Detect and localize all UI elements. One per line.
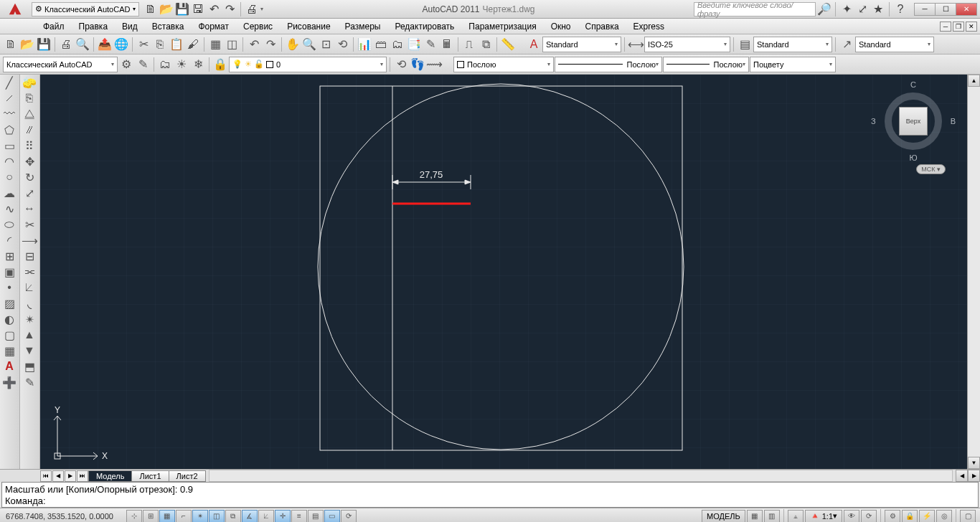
ducs-icon[interactable]: ⟀	[258, 510, 274, 523]
open-icon[interactable]: 📂	[159, 2, 174, 16]
preview-icon[interactable]: 🔍	[75, 37, 90, 52]
annotation-scale-dropdown[interactable]: 🔺1:1 ▾	[805, 510, 842, 523]
mleader-style-dropdown[interactable]: Standard▾	[855, 37, 934, 52]
undo-icon[interactable]: ↶	[246, 37, 262, 52]
layer-lock-icon[interactable]: 🔒	[212, 57, 228, 72]
scroll-right-icon[interactable]: ▶	[968, 470, 980, 482]
linetype-dropdown[interactable]: Послою▾	[555, 57, 662, 72]
selection-cycle-icon[interactable]: ⟳	[341, 510, 357, 523]
workspace-switching-icon[interactable]: ⚙	[885, 510, 900, 523]
menu-format[interactable]: Формат	[191, 20, 236, 33]
geomconstraint-icon[interactable]: ⧉	[478, 37, 494, 52]
copy-icon[interactable]: ⎘	[152, 37, 168, 52]
menu-draw[interactable]: Рисование	[280, 20, 337, 33]
lineweight-display-icon[interactable]: ≡	[291, 510, 307, 523]
polygon-icon[interactable]: ⬠	[0, 122, 19, 138]
osnap-icon[interactable]: ◫	[209, 510, 225, 523]
cut-icon[interactable]: ✂	[136, 37, 151, 52]
pline-icon[interactable]: 〰	[0, 106, 19, 122]
designcenter-icon[interactable]: 🗃	[373, 37, 389, 52]
spline-icon[interactable]: ∿	[0, 201, 19, 217]
toolbar-lock-icon[interactable]: 🔒	[902, 510, 918, 523]
menu-parametric[interactable]: Параметризация	[461, 20, 543, 33]
workspace-settings-icon[interactable]: ⚙	[118, 57, 134, 72]
pan-icon[interactable]: ✋	[285, 37, 301, 52]
command-line[interactable]: Масштаб или [Копия/Опорный отрезок]: 0.9…	[1, 482, 979, 508]
break-icon[interactable]: ⊟	[20, 248, 39, 264]
offset-icon[interactable]: ⫽	[20, 122, 39, 138]
menu-modify[interactable]: Редактировать	[387, 20, 461, 33]
workspace-dropdown[interactable]: ⚙ Классический AutoCAD ▾	[32, 2, 139, 16]
annotation-scale-icon[interactable]: ⟁	[788, 510, 804, 523]
quickcalc-icon[interactable]: 🖩	[439, 37, 455, 52]
paste-icon[interactable]: 📋	[169, 37, 184, 52]
hatch-icon[interactable]: ▨	[0, 295, 19, 311]
quickview-layouts-icon[interactable]: ▦	[747, 510, 763, 523]
annotation-autoscale-icon[interactable]: ⟳	[861, 510, 877, 523]
orthomode-icon[interactable]: ⌐	[176, 510, 192, 523]
close-button[interactable]: ✕	[956, 3, 977, 16]
matchprop-icon[interactable]: 🖌	[185, 37, 201, 52]
tab-last-icon[interactable]: ⏭	[77, 470, 88, 482]
mtext-icon[interactable]: A	[0, 359, 19, 374]
transparency-icon[interactable]: ▤	[308, 510, 324, 523]
toolpalettes-icon[interactable]: 🗂	[390, 37, 405, 52]
menu-tools[interactable]: Сервис	[236, 20, 280, 33]
layer-prev-icon[interactable]: ⟲	[393, 57, 409, 72]
circle-icon[interactable]: ○	[0, 169, 19, 185]
redo-icon[interactable]: ↷	[263, 37, 278, 52]
viewcube-north[interactable]: С	[910, 80, 916, 89]
open-icon[interactable]: 📂	[19, 37, 35, 52]
ucs-badge[interactable]: МСК ▾	[916, 164, 946, 174]
model-space-button[interactable]: МОДЕЛЬ	[702, 510, 745, 523]
revcloud-icon[interactable]: ☁	[0, 185, 19, 201]
table-style-dropdown[interactable]: Standard▾	[753, 37, 832, 52]
menu-help[interactable]: Справка	[578, 20, 626, 33]
favorite-icon[interactable]: ★	[871, 2, 885, 16]
scale-icon[interactable]: ⤢	[20, 185, 39, 201]
hardware-accel-icon[interactable]: ⚡	[919, 510, 935, 523]
search-go-icon[interactable]: 🔎	[817, 2, 831, 16]
zoom-rt-icon[interactable]: 🔍	[301, 37, 317, 52]
layer-props-icon[interactable]: 🗂	[157, 57, 173, 72]
viewcube-south[interactable]: Ю	[909, 153, 917, 162]
plot-icon[interactable]: 🖨	[58, 37, 74, 52]
explode-icon[interactable]: ✴	[20, 311, 39, 327]
text-style-icon[interactable]: A	[526, 37, 542, 52]
horizontal-scrollbar[interactable]	[209, 470, 953, 482]
copy-obj-icon[interactable]: ⎘	[20, 90, 39, 106]
tab-prev-icon[interactable]: ◀	[52, 470, 64, 482]
infer-constraint-icon[interactable]: ⊹	[126, 510, 142, 523]
gradient-icon[interactable]: ◐	[0, 311, 19, 327]
coordinates[interactable]: 6768.7408, 3535.1520, 0.0000	[0, 512, 119, 521]
dwf-icon[interactable]: 🌐	[113, 37, 129, 52]
menu-insert[interactable]: Вставка	[145, 20, 192, 33]
layer-walk-icon[interactable]: 👣	[410, 57, 425, 72]
new-icon[interactable]: 🗎	[143, 2, 158, 16]
mleader-style-icon[interactable]: ↗	[839, 37, 854, 52]
menu-window[interactable]: Окно	[544, 20, 578, 33]
changeprops-icon[interactable]: ✎	[20, 374, 39, 390]
fillet-icon[interactable]: ◟	[20, 295, 39, 311]
save-icon[interactable]: 💾	[175, 2, 189, 16]
polarmode-icon[interactable]: ✴	[192, 510, 208, 523]
search-input[interactable]: Введите ключевое слово/фразу	[694, 2, 816, 16]
setbylayer-icon[interactable]: ⬒	[20, 359, 39, 374]
join-icon[interactable]: ⫘	[20, 264, 39, 280]
viewcube-face[interactable]: Верх	[899, 107, 928, 136]
trim-icon[interactable]: ✂	[20, 217, 39, 232]
menu-edit[interactable]: Правка	[72, 20, 116, 33]
zoom-window-icon[interactable]: ⊡	[318, 37, 334, 52]
doc-restore[interactable]: ❐	[953, 22, 964, 32]
help-icon[interactable]: ?	[893, 2, 908, 16]
table-style-icon[interactable]: ▤	[737, 37, 753, 52]
menu-file[interactable]: Файл	[36, 20, 72, 33]
tab-next-icon[interactable]: ▶	[65, 470, 76, 482]
measure-icon[interactable]: 📏	[500, 37, 516, 52]
menu-express[interactable]: Express	[626, 20, 672, 33]
gridmode-icon[interactable]: ▦	[159, 510, 175, 523]
new-icon[interactable]: 🗎	[3, 37, 19, 52]
isolate-objects-icon[interactable]: ◎	[936, 510, 952, 523]
quickprops-icon[interactable]: ▭	[324, 510, 340, 523]
dim-style-dropdown[interactable]: ISO-25▾	[644, 37, 730, 52]
